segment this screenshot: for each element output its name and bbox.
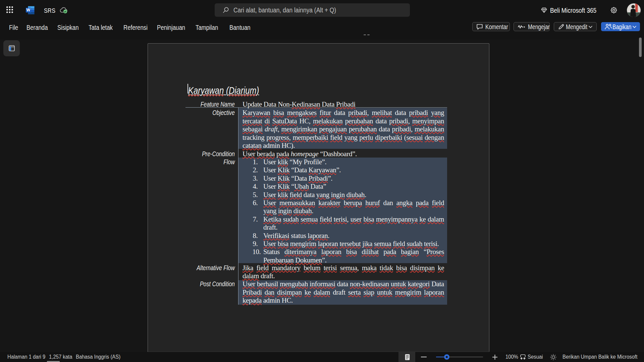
- svg-text:W: W: [26, 8, 31, 12]
